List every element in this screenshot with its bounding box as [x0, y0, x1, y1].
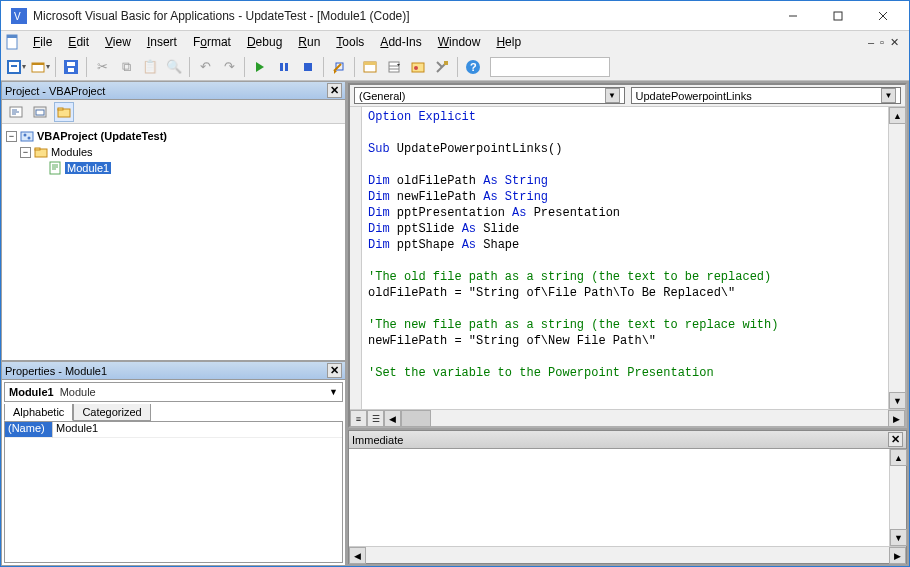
menu-edit[interactable]: Edit	[60, 33, 97, 51]
save-button[interactable]	[60, 56, 82, 78]
svg-text:?: ?	[470, 61, 477, 73]
properties-grid[interactable]: (Name) Module1	[4, 421, 343, 563]
design-mode-button[interactable]	[328, 56, 350, 78]
chevron-down-icon: ▼	[605, 88, 620, 103]
scroll-right-button[interactable]: ▶	[889, 547, 906, 564]
project-explorer-title: Project - VBAProject	[5, 85, 327, 97]
tab-alphabetic[interactable]: Alphabetic	[4, 404, 73, 421]
tree-label-module1: Module1	[65, 162, 111, 174]
property-name-cell: (Name)	[5, 422, 53, 438]
mdi-document-icon	[5, 34, 21, 50]
project-icon	[20, 129, 34, 143]
horizontal-scrollbar[interactable]: ◀ ▶	[384, 410, 905, 426]
project-explorer-close-button[interactable]: ✕	[327, 83, 342, 98]
toolbar-search-input[interactable]	[490, 57, 610, 77]
tree-row-module1[interactable]: Module1	[6, 160, 341, 176]
main-area: Project - VBAProject ✕ − VBAProject (Upd…	[1, 81, 909, 566]
properties-pane: Properties - Module1 ✕ Module1 Module ▼ …	[1, 361, 346, 566]
scroll-left-button[interactable]: ◀	[384, 410, 401, 427]
menu-debug[interactable]: Debug	[239, 33, 290, 51]
toggle-folders-button[interactable]	[54, 102, 74, 122]
full-module-view-button[interactable]: ☰	[367, 410, 384, 427]
tab-categorized[interactable]: Categorized	[73, 404, 150, 421]
close-button[interactable]	[860, 2, 905, 30]
svg-rect-44	[21, 132, 33, 141]
right-column: (General) ▼ UpdatePowerpointLinks ▼ Opti…	[346, 81, 909, 566]
tree-label-modules: Modules	[51, 146, 93, 158]
properties-title: Properties - Module1	[5, 365, 327, 377]
object-browser-button[interactable]	[407, 56, 429, 78]
svg-text:V: V	[14, 11, 21, 22]
project-explorer-button[interactable]	[359, 56, 381, 78]
view-code-button[interactable]	[6, 102, 26, 122]
run-button[interactable]	[249, 56, 271, 78]
menu-run[interactable]: Run	[290, 33, 328, 51]
find-button: 🔍	[163, 56, 185, 78]
mdi-restore-button[interactable]: ▫	[880, 36, 884, 49]
scroll-left-button[interactable]: ◀	[349, 547, 366, 564]
maximize-button[interactable]	[815, 2, 860, 30]
scroll-up-button[interactable]: ▲	[890, 449, 907, 466]
property-row[interactable]: (Name) Module1	[5, 422, 342, 438]
object-dropdown[interactable]: (General) ▼	[354, 87, 625, 104]
minimize-button[interactable]	[770, 2, 815, 30]
scroll-right-button[interactable]: ▶	[888, 410, 905, 427]
scroll-down-button[interactable]: ▼	[889, 392, 905, 409]
properties-window-button[interactable]	[383, 56, 405, 78]
scrollbar-thumb[interactable]	[401, 410, 431, 427]
svg-rect-24	[364, 62, 376, 65]
mdi-controls: – ▫ ✕	[868, 36, 905, 49]
svg-rect-3	[834, 12, 842, 20]
immediate-close-button[interactable]: ✕	[888, 432, 903, 447]
project-tree[interactable]: − VBAProject (UpdateTest) − Modules Modu…	[2, 124, 345, 360]
toolbox-button[interactable]	[431, 56, 453, 78]
immediate-input[interactable]	[349, 449, 889, 546]
svg-point-45	[24, 134, 27, 137]
vertical-scrollbar[interactable]: ▲ ▼	[888, 107, 905, 409]
menu-addins[interactable]: Add-Ins	[372, 33, 429, 51]
mdi-close-button[interactable]: ✕	[890, 36, 899, 49]
break-button[interactable]	[273, 56, 295, 78]
tree-row-vbaproject[interactable]: − VBAProject (UpdateTest)	[6, 128, 341, 144]
folder-icon	[34, 145, 48, 159]
view-object-button[interactable]	[30, 102, 50, 122]
horizontal-scrollbar[interactable]: ◀ ▶	[349, 547, 906, 563]
tree-row-modules-folder[interactable]: − Modules	[6, 144, 341, 160]
tree-toggle-icon[interactable]: −	[20, 147, 31, 158]
menu-insert[interactable]: Insert	[139, 33, 185, 51]
procedure-view-button[interactable]: ≡	[350, 410, 367, 427]
procedure-dropdown[interactable]: UpdatePowerpointLinks ▼	[631, 87, 902, 104]
menu-tools[interactable]: Tools	[328, 33, 372, 51]
menu-format[interactable]: Format	[185, 33, 239, 51]
redo-button: ↷	[218, 56, 240, 78]
tree-toggle-icon[interactable]: −	[6, 131, 17, 142]
property-value-cell[interactable]: Module1	[53, 422, 342, 438]
menu-help[interactable]: Help	[488, 33, 529, 51]
svg-rect-41	[36, 110, 44, 115]
project-explorer-pane: Project - VBAProject ✕ − VBAProject (Upd…	[1, 81, 346, 361]
menu-view[interactable]: View	[97, 33, 139, 51]
scroll-down-button[interactable]: ▼	[890, 529, 907, 546]
svg-rect-32	[444, 61, 448, 65]
project-explorer-toolbar	[2, 100, 345, 124]
mdi-minimize-button[interactable]: –	[868, 36, 874, 49]
help-button[interactable]: ?	[462, 56, 484, 78]
left-column: Project - VBAProject ✕ − VBAProject (Upd…	[1, 81, 346, 566]
code-editor[interactable]: Option Explicit Sub UpdatePowerpointLink…	[362, 107, 888, 409]
window-controls	[770, 2, 905, 30]
code-dropdowns: (General) ▼ UpdatePowerpointLinks ▼	[350, 85, 905, 107]
tree-label-vbaproject: VBAProject (UpdateTest)	[37, 130, 167, 142]
properties-close-button[interactable]: ✕	[327, 363, 342, 378]
svg-rect-43	[58, 108, 63, 110]
menu-file[interactable]: File	[25, 33, 60, 51]
properties-object-combo[interactable]: Module1 Module ▼	[4, 382, 343, 402]
scroll-up-button[interactable]: ▲	[889, 107, 905, 124]
reset-button[interactable]	[297, 56, 319, 78]
vertical-scrollbar[interactable]: ▲ ▼	[889, 449, 906, 546]
view-ms-app-button[interactable]	[5, 56, 27, 78]
toolbar-separator	[244, 57, 245, 77]
code-footer: ≡ ☰ ◀ ▶	[350, 409, 905, 426]
menu-window[interactable]: Window	[430, 33, 489, 51]
svg-rect-7	[7, 35, 17, 38]
insert-button[interactable]	[29, 56, 51, 78]
